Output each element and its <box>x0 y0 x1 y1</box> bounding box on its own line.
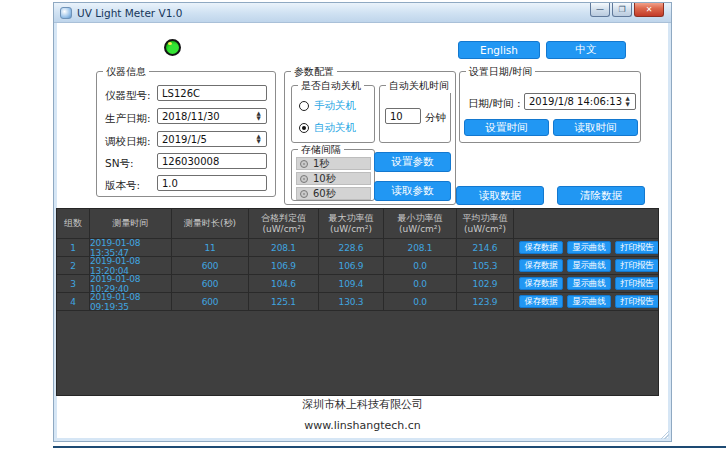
english-button[interactable]: English <box>458 41 540 59</box>
window-bottom-edge <box>53 446 726 448</box>
show-curve-button[interactable]: 显示曲线 <box>567 259 611 272</box>
save-data-button[interactable]: 保存数据 <box>519 277 563 290</box>
datetime-legend: 设置日期/时间 <box>466 65 535 79</box>
table-row: 4 2019-01-08 09:19:35 600 125.1 130.3 0.… <box>57 293 658 311</box>
print-report-button[interactable]: 打印报告 <box>615 295 658 308</box>
header-threshold: 合格判定值(uW/cm²) <box>249 209 319 238</box>
calibration-date-label: 调校日期: <box>105 135 151 149</box>
show-curve-button[interactable]: 显示曲线 <box>567 277 611 290</box>
interval-60s-option: 60秒 <box>296 187 371 200</box>
cell-min: 208.1 <box>384 239 457 256</box>
cell-threshold: 208.1 <box>249 239 319 256</box>
header-duration: 测量时长(秒) <box>172 209 249 238</box>
screen: UV Light Meter V1.0 — ❐ ✕ English 中文 仪器信… <box>0 0 726 450</box>
print-report-button[interactable]: 打印报告 <box>615 277 658 290</box>
params-legend: 参数配置 <box>291 65 337 79</box>
cell-group: 2 <box>57 257 90 274</box>
cell-threshold: 104.6 <box>249 275 319 292</box>
header-actions <box>514 209 658 238</box>
chinese-button[interactable]: 中文 <box>546 41 626 59</box>
read-time-button[interactable]: 读取时间 <box>553 119 638 136</box>
read-data-button[interactable]: 读取数据 <box>456 186 544 205</box>
show-curve-button[interactable]: 显示曲线 <box>567 295 611 308</box>
cell-avg: 102.9 <box>457 275 514 292</box>
cell-actions: 保存数据 显示曲线 打印报告 <box>514 257 658 274</box>
cell-time: 2019-01-08 13:20:04 <box>90 257 172 274</box>
save-data-button[interactable]: 保存数据 <box>519 295 563 308</box>
params-group: 参数配置 是否自动关机 手动关机 自动关机 自动关机时间 10 分钟 存储间隔 <box>284 71 456 205</box>
resize-grip[interactable] <box>660 430 669 439</box>
interval-10s-option: 10秒 <box>296 172 371 185</box>
spinner-down-icon[interactable]: ▼ <box>256 139 260 145</box>
radio-auto-off-icon[interactable] <box>299 123 309 133</box>
cell-max: 130.3 <box>319 293 384 310</box>
cell-avg: 123.9 <box>457 293 514 310</box>
print-report-button[interactable]: 打印报告 <box>615 241 658 254</box>
version-field[interactable]: 1.0 <box>157 175 267 191</box>
spinner-down-icon[interactable]: ▼ <box>625 102 629 108</box>
set-time-button[interactable]: 设置时间 <box>464 119 549 136</box>
show-curve-button[interactable]: 显示曲线 <box>567 241 611 254</box>
auto-off-time-legend: 自动关机时间 <box>386 79 452 93</box>
cell-duration: 600 <box>172 275 249 292</box>
cell-min: 0.0 <box>384 275 457 292</box>
clear-data-button[interactable]: 清除数据 <box>557 186 645 205</box>
spinner-down-icon[interactable]: ▼ <box>256 116 260 122</box>
cell-avg: 105.3 <box>457 257 514 274</box>
cell-max: 106.9 <box>319 257 384 274</box>
status-led-icon <box>164 39 181 56</box>
cell-time: 2019-01-08 10:29:40 <box>90 275 172 292</box>
model-label: 仪器型号: <box>105 89 151 103</box>
table-row: 3 2019-01-08 10:29:40 600 104.6 109.4 0.… <box>57 275 658 293</box>
production-date-spinner[interactable]: ▲▼ <box>253 109 264 123</box>
datetime-label: 日期/时间 : <box>468 97 520 111</box>
auto-off-legend: 是否自动关机 <box>298 79 364 93</box>
window-title: UV Light Meter V1.0 <box>77 7 182 19</box>
radio-60s-icon <box>300 190 308 198</box>
set-params-button[interactable]: 设置参数 <box>374 152 451 172</box>
radio-manual-off-icon[interactable] <box>299 101 309 111</box>
close-button[interactable]: ✕ <box>634 3 664 17</box>
model-field[interactable]: LS126C <box>157 85 267 101</box>
print-report-button[interactable]: 打印报告 <box>615 259 658 272</box>
window-controls: — ❐ ✕ <box>590 3 664 17</box>
cell-actions: 保存数据 显示曲线 打印报告 <box>514 239 658 256</box>
maximize-button[interactable]: ❐ <box>612 3 632 17</box>
datetime-field[interactable]: 2019/1/8 14:06:13 ▲▼ <box>524 93 636 110</box>
cell-group: 4 <box>57 293 90 310</box>
radio-10s-icon <box>300 175 308 183</box>
storage-interval-group: 存储间隔 1秒 10秒 60秒 <box>291 149 375 201</box>
cell-time: 2019-01-08 13:35:47 <box>90 239 172 256</box>
website-link[interactable]: www.linshangtech.cn <box>54 419 671 432</box>
save-data-button[interactable]: 保存数据 <box>519 241 563 254</box>
cell-min: 0.0 <box>384 293 457 310</box>
datetime-spinner[interactable]: ▲▼ <box>622 94 633 109</box>
auto-off-time-field[interactable]: 10 <box>385 108 421 124</box>
device-info-group: 仪器信息 仪器型号: LS126C 生产日期: 2018/11/30 ▲▼ 调校… <box>96 71 276 197</box>
production-date-label: 生产日期: <box>105 112 151 126</box>
manual-off-option[interactable]: 手动关机 <box>299 99 356 113</box>
cell-duration: 600 <box>172 293 249 310</box>
interval-1s-option: 1秒 <box>296 157 371 170</box>
production-date-field[interactable]: 2018/11/30 ▲▼ <box>157 108 267 124</box>
save-data-button[interactable]: 保存数据 <box>519 259 563 272</box>
device-info-legend: 仪器信息 <box>103 65 149 79</box>
calibration-date-spinner[interactable]: ▲▼ <box>253 132 264 146</box>
read-params-button[interactable]: 读取参数 <box>374 181 451 201</box>
cell-duration: 11 <box>172 239 249 256</box>
app-icon <box>60 7 72 19</box>
calibration-date-field[interactable]: 2019/1/5 ▲▼ <box>157 131 267 147</box>
minimize-button[interactable]: — <box>590 3 610 17</box>
cell-group: 1 <box>57 239 90 256</box>
cell-min: 0.0 <box>384 257 457 274</box>
cell-group: 3 <box>57 275 90 292</box>
title-bar: UV Light Meter V1.0 — ❐ ✕ <box>54 3 671 23</box>
sn-field[interactable]: 126030008 <box>157 153 267 169</box>
datetime-group: 设置日期/时间 日期/时间 : 2019/1/8 14:06:13 ▲▼ 设置时… <box>459 71 641 143</box>
cell-actions: 保存数据 显示曲线 打印报告 <box>514 275 658 292</box>
auto-off-option[interactable]: 自动关机 <box>299 121 356 135</box>
header-avg: 平均功率值(uW/cm²) <box>457 209 514 238</box>
radio-1s-icon <box>300 160 308 168</box>
auto-off-time-group: 自动关机时间 10 分钟 <box>379 85 451 143</box>
cell-max: 228.6 <box>319 239 384 256</box>
